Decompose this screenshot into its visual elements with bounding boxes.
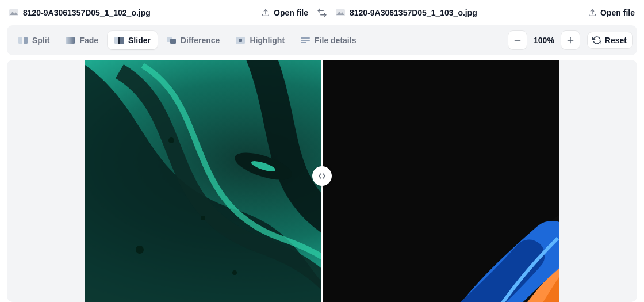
upload-icon	[261, 8, 270, 17]
tab-slider-label: Slider	[128, 36, 151, 45]
plus-icon	[566, 36, 575, 45]
fade-icon	[66, 37, 75, 44]
left-file: 8120-9A3061357D05_1_102_o.jpg	[9, 8, 254, 17]
image-file-icon	[336, 9, 345, 16]
svg-rect-9	[120, 37, 124, 44]
minus-icon	[513, 36, 522, 45]
svg-rect-8	[118, 37, 120, 44]
tab-slider[interactable]: Slider	[108, 31, 158, 49]
tab-split[interactable]: Split	[12, 31, 56, 49]
zoom-controls: 100%	[508, 31, 580, 49]
open-left-label: Open file	[274, 8, 308, 17]
open-right-label: Open file	[600, 8, 635, 17]
zoom-in-button[interactable]	[561, 31, 580, 49]
svg-rect-2	[336, 9, 345, 16]
tab-file-details-label: File details	[315, 36, 356, 45]
svg-rect-15	[301, 40, 310, 41]
svg-rect-6	[66, 37, 75, 44]
svg-point-21	[168, 137, 174, 143]
left-filename: 8120-9A3061357D05_1_102_o.jpg	[23, 8, 151, 17]
tab-split-label: Split	[32, 36, 49, 45]
open-left-file-button[interactable]: Open file	[261, 8, 308, 17]
svg-rect-14	[301, 37, 310, 39]
zoom-level: 100%	[531, 36, 557, 45]
right-image	[322, 60, 559, 302]
slider-handle[interactable]	[312, 166, 332, 186]
file-details-icon	[301, 37, 310, 44]
svg-rect-4	[18, 37, 22, 44]
right-filename: 8120-9A3061357D05_1_103_o.jpg	[350, 8, 477, 17]
difference-icon	[167, 37, 176, 44]
toolbar: Split Fade Slider Difference Highlight F	[7, 25, 637, 55]
tab-difference-label: Difference	[181, 36, 220, 45]
file-header: 8120-9A3061357D05_1_102_o.jpg Open file …	[0, 0, 644, 25]
left-image	[85, 60, 322, 302]
reset-label: Reset	[605, 36, 627, 45]
right-file: 8120-9A3061357D05_1_103_o.jpg	[336, 8, 581, 17]
split-icon	[18, 37, 28, 44]
tab-highlight-label: Highlight	[250, 36, 285, 45]
swap-files-button[interactable]	[315, 7, 329, 18]
highlight-icon	[236, 37, 245, 44]
svg-point-23	[136, 246, 144, 254]
tab-fade-label: Fade	[79, 36, 98, 45]
drag-horizontal-icon	[317, 171, 327, 181]
slider-icon	[114, 37, 124, 44]
svg-rect-11	[170, 39, 176, 44]
tab-fade[interactable]: Fade	[59, 31, 105, 49]
comparison-canvas[interactable]	[7, 60, 637, 302]
zoom-out-button[interactable]	[508, 31, 527, 49]
svg-rect-13	[239, 39, 242, 42]
upload-icon	[588, 8, 597, 17]
swap-icon	[317, 7, 327, 18]
svg-rect-5	[24, 37, 28, 44]
view-mode-tabs: Split Fade Slider Difference Highlight F	[12, 31, 504, 49]
reset-button[interactable]: Reset	[588, 32, 632, 48]
tab-difference[interactable]: Difference	[160, 31, 227, 49]
reset-icon	[592, 36, 601, 45]
image-file-icon	[9, 9, 18, 16]
svg-point-24	[232, 270, 237, 275]
svg-point-22	[201, 216, 205, 220]
tab-highlight[interactable]: Highlight	[229, 31, 292, 49]
slider-viewport	[85, 60, 559, 302]
svg-rect-0	[9, 9, 18, 16]
tab-file-details[interactable]: File details	[294, 31, 363, 49]
open-right-file-button[interactable]: Open file	[588, 8, 635, 17]
svg-rect-16	[301, 42, 306, 43]
